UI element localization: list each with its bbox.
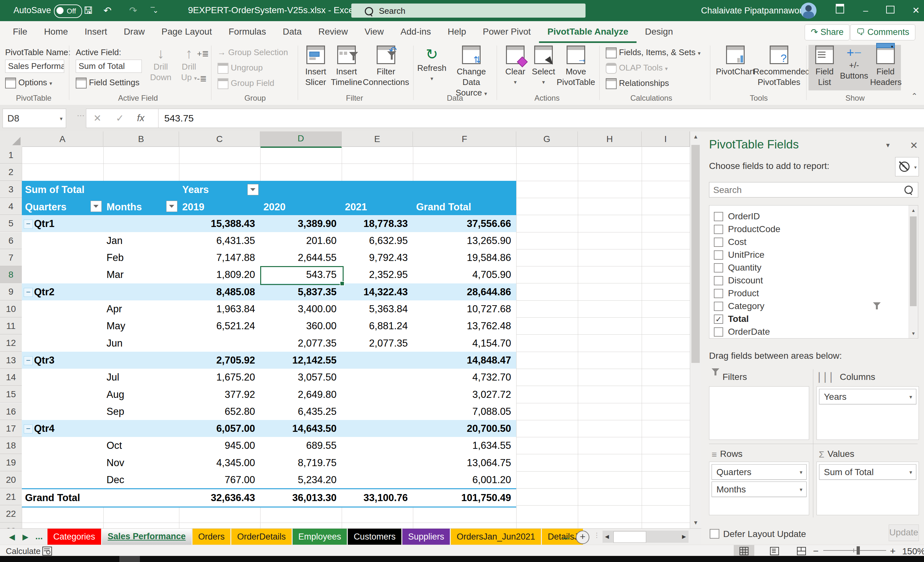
pivot-value-cell[interactable]: 4,345.00 [179, 454, 260, 471]
collapse-field-icon[interactable]: -≣ [197, 74, 207, 84]
pivot-value-cell[interactable] [342, 471, 413, 488]
row-header-15[interactable]: 15 [0, 386, 22, 403]
pivot-value-cell[interactable] [342, 403, 413, 420]
pivot-value-cell[interactable] [342, 369, 413, 386]
pivot-value-cell[interactable]: 6,431.35 [179, 232, 260, 249]
select-all-corner[interactable] [0, 132, 22, 147]
field-checkbox-cost[interactable] [714, 238, 723, 247]
zoom-level[interactable]: 150% [902, 546, 924, 556]
pivot-value-cell[interactable]: 6,521.24 [179, 317, 260, 334]
field-settings-button[interactable]: Field Settings [76, 78, 140, 88]
row-header-12[interactable]: 12 [0, 334, 22, 351]
pivot-row-dec[interactable]: Dec767.005,234.206,001.20 [22, 471, 516, 488]
name-box-dropdown-icon[interactable]: ▾ [60, 115, 63, 122]
pane-tools-button[interactable]: ▾ [895, 157, 919, 176]
pivot-value-cell[interactable]: 5,837.35 [260, 283, 342, 300]
avatar[interactable] [801, 3, 816, 19]
field-list-scroll-down-icon[interactable]: ▼ [909, 329, 918, 338]
pivot-value-cell[interactable] [342, 386, 413, 403]
column-header-F[interactable]: F [413, 132, 516, 147]
hscroll-left-icon[interactable]: ◀ [603, 531, 612, 543]
pivot-row-aug[interactable]: Aug377.922,649.803,027.72 [22, 386, 516, 403]
pivot-value-cell[interactable]: 377.92 [179, 386, 260, 403]
insert-function-icon[interactable]: fx [137, 112, 144, 123]
pivot-value-cell[interactable]: 8,485.08 [179, 283, 260, 300]
months-filter-dropdown[interactable] [166, 201, 177, 212]
row-header-18[interactable]: 18 [0, 437, 22, 454]
column-header-C[interactable]: C [179, 132, 260, 147]
column-header-H[interactable]: H [578, 132, 642, 147]
field-checkbox-discount[interactable] [714, 276, 723, 285]
enter-icon[interactable]: ✓ [116, 112, 124, 124]
field-list-scrollbar[interactable]: ▲ ▼ [909, 205, 918, 338]
pivot-row-grand-total[interactable]: Grand Total32,636.4336,013.3033,100.7610… [22, 488, 516, 507]
row-header-11[interactable]: 11 [0, 317, 22, 334]
sheet-tab-orders[interactable]: Orders [192, 529, 231, 545]
pivot-value-cell[interactable]: 2,705.92 [179, 352, 260, 369]
tab-insert[interactable]: Insert [76, 21, 116, 43]
pill-dropdown-icon[interactable]: ▾ [800, 469, 802, 476]
pivot-value-cell[interactable]: 18,778.33 [342, 215, 413, 232]
field-checkbox-orderdate[interactable] [714, 327, 723, 336]
pivot-value-cell[interactable]: 15,388.43 [179, 215, 260, 232]
row-header-9[interactable]: 9 [0, 283, 22, 300]
row-header-20[interactable]: 20 [0, 471, 22, 488]
pivot-value-cell[interactable]: 945.00 [179, 437, 260, 454]
formula-input[interactable]: 543.75 [158, 109, 924, 128]
pivot-value-cell[interactable]: 6,632.95 [342, 232, 413, 249]
restore-icon[interactable] [883, 4, 898, 17]
sheet-tab-ordersjan-jun2021[interactable]: OrdersJan_Jun2021 [451, 529, 541, 545]
sheet-tab-customers[interactable]: Customers [348, 529, 401, 545]
vertical-scrollbar-thumb[interactable] [692, 145, 700, 363]
scroll-up-icon[interactable]: ▲ [690, 132, 701, 142]
spreadsheet-grid[interactable]: ABCDEFGHI 123456789101112131415161718192… [0, 132, 690, 528]
column-header-A[interactable]: A [22, 132, 103, 147]
row-header-8[interactable]: 8 [0, 266, 23, 283]
collapse-minus-icon[interactable]: − [24, 220, 33, 229]
pivot-row-sep[interactable]: Sep652.806,435.257,088.05 [22, 403, 516, 420]
pivot-row-qtr3[interactable]: −Qtr32,705.9212,142.5514,848.47 [22, 352, 516, 369]
field-list-scrollbar-thumb[interactable] [910, 217, 916, 306]
pivot-value-cell[interactable]: 10,727.68 [413, 300, 516, 317]
pivot-value-cell[interactable] [179, 335, 260, 352]
pivot-value-cell[interactable]: 14,322.43 [342, 283, 413, 300]
pivot-value-cell[interactable]: 652.80 [179, 403, 260, 420]
collapse-minus-icon[interactable]: − [24, 356, 33, 365]
pivot-value-cell[interactable]: 201.60 [260, 232, 342, 249]
sheet-overflow-left[interactable]: ... [35, 531, 43, 541]
pivot-value-cell[interactable]: 36,013.30 [260, 489, 342, 506]
defer-layout-checkbox[interactable] [710, 529, 719, 539]
pivot-value-cell[interactable]: 4,154.70 [413, 335, 516, 352]
normal-view-button[interactable] [734, 545, 754, 556]
pivot-value-cell[interactable]: 4,705.90 [413, 266, 516, 283]
plus-minus-buttons-button[interactable]: +− +/- Buttons [838, 46, 870, 81]
horizontal-scrollbar-thumb[interactable] [614, 531, 646, 543]
page-layout-view-button[interactable] [764, 545, 785, 556]
pivot-value-cell[interactable]: 2,644.55 [260, 249, 342, 266]
pivot-value-cell[interactable]: 6,001.20 [413, 471, 516, 488]
zoom-slider-track[interactable] [823, 550, 886, 551]
autosave-toggle[interactable]: Off [54, 4, 82, 18]
pivot-value-cell[interactable]: 33,100.76 [342, 489, 413, 506]
zoom-in-button[interactable]: + [890, 546, 896, 556]
pivottable-name-input[interactable]: Sales Performa [5, 60, 64, 73]
tab-home[interactable]: Home [36, 21, 76, 43]
page-break-view-button[interactable] [791, 545, 812, 556]
area-pill-quarters[interactable]: Quarters▾ [712, 464, 807, 480]
pivot-value-cell[interactable]: 19,584.86 [413, 249, 516, 266]
pivot-value-cell[interactable]: 5,363.84 [342, 300, 413, 317]
pivot-value-cell[interactable]: 20,700.50 [413, 420, 516, 437]
pivot-value-cell[interactable] [342, 420, 413, 437]
row-header-1[interactable]: 1 [0, 146, 22, 163]
pivot-value-cell[interactable]: 3,057.50 [260, 369, 342, 386]
quick-access-toolbar-chevron[interactable]: ̅⌄ [148, 4, 163, 17]
field-headers-button[interactable]: ▾ Field Headers [870, 46, 901, 88]
pane-chevron-down-icon[interactable]: ▾ [886, 141, 890, 149]
pivot-value-cell[interactable]: 12,142.55 [260, 352, 342, 369]
years-filter-dropdown[interactable] [248, 184, 259, 195]
pivot-value-cell[interactable]: 13,064.75 [413, 454, 516, 471]
tab-data[interactable]: Data [274, 21, 310, 43]
pivot-value-cell[interactable]: 14,643.50 [260, 420, 342, 437]
refresh-button[interactable]: ↻ Refresh ▾ [417, 46, 447, 84]
pill-dropdown-icon[interactable]: ▾ [800, 486, 802, 493]
